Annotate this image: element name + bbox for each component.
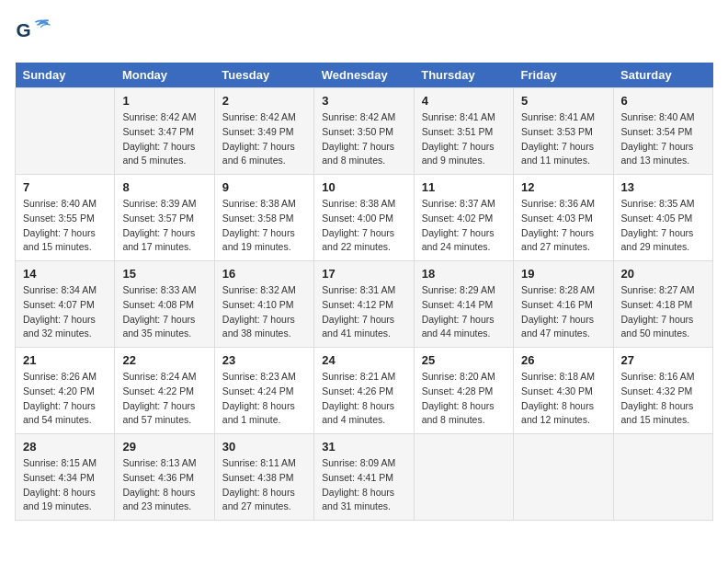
calendar-cell: 17Sunrise: 8:31 AMSunset: 4:12 PMDayligh… <box>314 261 414 348</box>
calendar-cell: 15Sunrise: 8:33 AMSunset: 4:08 PMDayligh… <box>115 261 214 348</box>
day-number: 15 <box>122 267 206 281</box>
calendar-cell: 13Sunrise: 8:35 AMSunset: 4:05 PMDayligh… <box>613 175 712 261</box>
calendar-week-row: 21Sunrise: 8:26 AMSunset: 4:20 PMDayligh… <box>16 348 713 434</box>
sunrise-text: Sunrise: 8:40 AM <box>23 197 107 212</box>
day-number: 8 <box>122 180 206 194</box>
day-number: 21 <box>23 353 107 367</box>
sunrise-text: Sunrise: 8:16 AM <box>621 370 705 385</box>
calendar-week-row: 7Sunrise: 8:40 AMSunset: 3:55 PMDaylight… <box>16 175 713 261</box>
sunrise-text: Sunrise: 8:33 AM <box>122 283 206 298</box>
daylight-text: Daylight: 8 hours and 19 minutes. <box>23 486 107 515</box>
daylight-text: Daylight: 7 hours and 17 minutes. <box>122 226 206 256</box>
daylight-text: Daylight: 7 hours and 29 minutes. <box>621 226 705 256</box>
calendar-cell: 26Sunrise: 8:18 AMSunset: 4:30 PMDayligh… <box>514 348 613 434</box>
day-info: Sunrise: 8:32 AMSunset: 4:10 PMDaylight:… <box>222 283 306 341</box>
sunset-text: Sunset: 4:32 PM <box>621 385 705 399</box>
sunrise-text: Sunrise: 8:36 AM <box>521 197 605 212</box>
day-number: 12 <box>521 180 605 194</box>
sunrise-text: Sunrise: 8:41 AM <box>422 110 506 125</box>
day-number: 13 <box>621 180 705 194</box>
sunset-text: Sunset: 3:49 PM <box>222 125 306 140</box>
day-info: Sunrise: 8:39 AMSunset: 3:57 PMDaylight:… <box>122 197 206 255</box>
day-info: Sunrise: 8:38 AMSunset: 4:00 PMDaylight:… <box>322 197 405 255</box>
sunrise-text: Sunrise: 8:39 AM <box>122 197 206 212</box>
sunrise-text: Sunrise: 8:18 AM <box>521 370 605 385</box>
daylight-text: Daylight: 7 hours and 6 minutes. <box>222 140 306 169</box>
daylight-text: Daylight: 8 hours and 12 minutes. <box>521 399 605 429</box>
sunset-text: Sunset: 3:58 PM <box>222 212 306 226</box>
day-number: 3 <box>322 94 405 108</box>
calendar-cell <box>16 88 115 175</box>
daylight-text: Daylight: 8 hours and 27 minutes. <box>222 486 306 515</box>
calendar-header-row: SundayMondayTuesdayWednesdayThursdayFrid… <box>16 63 713 88</box>
day-number: 18 <box>422 267 506 281</box>
day-number: 2 <box>222 94 306 108</box>
sunrise-text: Sunrise: 8:40 AM <box>621 110 705 125</box>
calendar-cell <box>414 434 513 521</box>
calendar-cell: 16Sunrise: 8:32 AMSunset: 4:10 PMDayligh… <box>214 261 313 348</box>
day-info: Sunrise: 8:42 AMSunset: 3:50 PMDaylight:… <box>322 110 405 168</box>
sunrise-text: Sunrise: 8:13 AM <box>122 456 206 471</box>
sunset-text: Sunset: 4:22 PM <box>122 385 206 399</box>
day-info: Sunrise: 8:41 AMSunset: 3:53 PMDaylight:… <box>521 110 605 168</box>
day-number: 30 <box>222 440 306 454</box>
daylight-text: Daylight: 7 hours and 44 minutes. <box>422 313 506 342</box>
day-info: Sunrise: 8:27 AMSunset: 4:18 PMDaylight:… <box>621 283 705 341</box>
sunrise-text: Sunrise: 8:35 AM <box>621 197 705 212</box>
day-number: 10 <box>322 180 405 194</box>
calendar-cell: 21Sunrise: 8:26 AMSunset: 4:20 PMDayligh… <box>16 348 115 434</box>
calendar-cell: 22Sunrise: 8:24 AMSunset: 4:22 PMDayligh… <box>115 348 214 434</box>
day-number: 22 <box>122 353 206 367</box>
day-info: Sunrise: 8:34 AMSunset: 4:07 PMDaylight:… <box>23 283 107 341</box>
day-number: 7 <box>23 180 107 194</box>
sunset-text: Sunset: 4:38 PM <box>222 471 306 486</box>
sunrise-text: Sunrise: 8:42 AM <box>122 110 206 125</box>
sunset-text: Sunset: 4:14 PM <box>422 298 506 313</box>
sunset-text: Sunset: 4:41 PM <box>322 471 405 486</box>
calendar-cell: 18Sunrise: 8:29 AMSunset: 4:14 PMDayligh… <box>414 261 513 348</box>
day-number: 11 <box>422 180 506 194</box>
sunrise-text: Sunrise: 8:27 AM <box>621 283 705 298</box>
sunset-text: Sunset: 4:03 PM <box>521 212 605 226</box>
weekday-header-saturday: Saturday <box>613 63 712 88</box>
sunset-text: Sunset: 4:24 PM <box>222 385 306 399</box>
day-info: Sunrise: 8:09 AMSunset: 4:41 PMDaylight:… <box>322 456 405 514</box>
sunset-text: Sunset: 4:36 PM <box>122 471 206 486</box>
sunset-text: Sunset: 3:50 PM <box>322 125 405 140</box>
calendar-cell: 10Sunrise: 8:38 AMSunset: 4:00 PMDayligh… <box>314 175 414 261</box>
daylight-text: Daylight: 7 hours and 38 minutes. <box>222 313 306 342</box>
day-number: 6 <box>621 94 705 108</box>
weekday-header-monday: Monday <box>115 63 214 88</box>
sunset-text: Sunset: 4:20 PM <box>23 385 107 399</box>
sunrise-text: Sunrise: 8:09 AM <box>322 456 405 471</box>
day-info: Sunrise: 8:24 AMSunset: 4:22 PMDaylight:… <box>122 370 206 428</box>
calendar-cell: 2Sunrise: 8:42 AMSunset: 3:49 PMDaylight… <box>214 88 313 175</box>
daylight-text: Daylight: 7 hours and 15 minutes. <box>23 226 107 256</box>
sunset-text: Sunset: 4:02 PM <box>422 212 506 226</box>
sunrise-text: Sunrise: 8:26 AM <box>23 370 107 385</box>
daylight-text: Daylight: 7 hours and 35 minutes. <box>122 313 206 342</box>
sunset-text: Sunset: 3:47 PM <box>122 125 206 140</box>
daylight-text: Daylight: 7 hours and 11 minutes. <box>521 140 605 169</box>
sunrise-text: Sunrise: 8:21 AM <box>322 370 405 385</box>
sunrise-text: Sunrise: 8:38 AM <box>322 197 405 212</box>
weekday-header-thursday: Thursday <box>414 63 513 88</box>
logo: G <box>15 15 53 52</box>
calendar-cell: 6Sunrise: 8:40 AMSunset: 3:54 PMDaylight… <box>613 88 712 175</box>
daylight-text: Daylight: 8 hours and 4 minutes. <box>322 399 405 429</box>
day-info: Sunrise: 8:37 AMSunset: 4:02 PMDaylight:… <box>422 197 506 255</box>
day-number: 31 <box>322 440 405 454</box>
sunrise-text: Sunrise: 8:42 AM <box>322 110 405 125</box>
daylight-text: Daylight: 7 hours and 9 minutes. <box>422 140 506 169</box>
sunset-text: Sunset: 4:08 PM <box>122 298 206 313</box>
sunset-text: Sunset: 4:34 PM <box>23 471 107 486</box>
page-header: G <box>15 15 713 52</box>
sunset-text: Sunset: 4:16 PM <box>521 298 605 313</box>
daylight-text: Daylight: 8 hours and 8 minutes. <box>422 399 506 429</box>
sunset-text: Sunset: 4:05 PM <box>621 212 705 226</box>
calendar-cell: 20Sunrise: 8:27 AMSunset: 4:18 PMDayligh… <box>613 261 712 348</box>
sunset-text: Sunset: 3:51 PM <box>422 125 506 140</box>
daylight-text: Daylight: 7 hours and 47 minutes. <box>521 313 605 342</box>
sunset-text: Sunset: 3:53 PM <box>521 125 605 140</box>
day-info: Sunrise: 8:28 AMSunset: 4:16 PMDaylight:… <box>521 283 605 341</box>
